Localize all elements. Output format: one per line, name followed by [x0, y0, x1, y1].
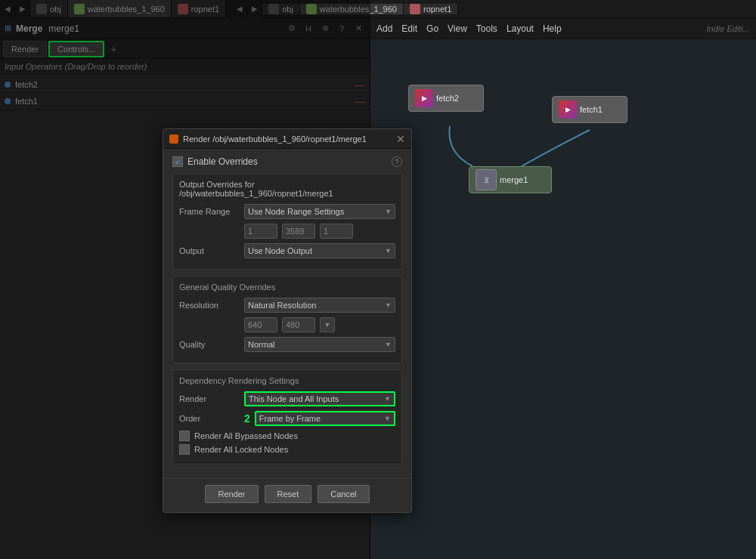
fetch2-icon: ▶	[415, 89, 433, 107]
modal-titlebar: Render /obj/waterbubbles_1_960/ropnet1/m…	[163, 129, 411, 149]
node-merge1[interactable]: ⊻ merge1	[469, 166, 552, 193]
frame-range-control: Use Node Range Settings ▼	[244, 204, 395, 219]
menu-layout[interactable]: Layout	[507, 23, 534, 34]
dependency-order-row: Order 2 Frame by Frame ▼	[179, 411, 395, 426]
frame-range-label: Frame Range	[179, 207, 240, 216]
frame-numbers-row: 1 3589 1	[179, 224, 395, 239]
bypassed-nodes-row: Render All Bypassed Nodes	[179, 431, 395, 441]
chevron-down-icon: ▼	[385, 301, 392, 309]
enable-overrides-help-icon[interactable]: ?	[392, 156, 402, 167]
chevron-down-icon: ▼	[385, 208, 392, 215]
quality-overrides-section: General Quality Overrides Resolution Nat…	[172, 276, 402, 363]
order-annotation: 2	[244, 412, 250, 425]
merge1-icon: ⊻	[476, 169, 497, 190]
output-select[interactable]: Use Node Output ▼	[244, 243, 395, 258]
locked-nodes-label: Render All Locked Nodes	[194, 445, 288, 454]
node-box-fetch2[interactable]: ▶ fetch2	[408, 85, 484, 112]
dependency-render-select[interactable]: This Node and All Inputs ▼	[244, 391, 395, 406]
node-fetch1[interactable]: ▶ fetch1	[552, 96, 627, 123]
frame-to-input[interactable]: 3589	[282, 224, 315, 239]
ropnet-icon-right	[410, 4, 420, 14]
frame-from-input[interactable]: 1	[244, 224, 277, 239]
node-box-fetch1[interactable]: ▶ fetch1	[552, 96, 627, 123]
resolution-control: Natural Resolution ▼	[244, 298, 395, 313]
chevron-down-icon: ▼	[384, 415, 391, 422]
dependency-render-label: Render	[179, 394, 240, 403]
frame-range-value: Use Node Range Settings	[248, 207, 344, 216]
dependency-render-control: This Node and All Inputs ▼	[244, 391, 395, 406]
resolution-width-input[interactable]: 640	[244, 317, 277, 332]
resolution-select[interactable]: Natural Resolution ▼	[244, 298, 395, 313]
frame-range-row: Frame Range Use Node Range Settings ▼	[179, 204, 395, 219]
quality-label: Quality	[179, 340, 240, 349]
node-canvas: ▶ fetch2 ▶ fetch1 ⊻ merge1	[370, 39, 756, 559]
fetch1-icon: ▶	[559, 100, 577, 119]
output-control: Use Node Output ▼	[244, 243, 395, 258]
dependency-render-value: This Node and All Inputs	[249, 394, 339, 403]
resolution-value: Natural Resolution	[248, 301, 317, 310]
frame-step-input[interactable]: 1	[320, 224, 353, 239]
enable-overrides-checkbox[interactable]	[172, 156, 183, 167]
quality-value: Normal	[248, 340, 274, 349]
modal-body: Enable Overrides ? Output Overrides for …	[163, 149, 411, 478]
menu-add[interactable]: Add	[376, 23, 392, 34]
quality-control: Normal ▼	[244, 337, 395, 352]
tab-ropnet-right-label: ropnet1	[423, 5, 451, 14]
quality-section-title: General Quality Overrides	[179, 283, 395, 292]
bypassed-nodes-checkbox[interactable]	[179, 431, 190, 441]
dependency-order-label: Order	[179, 414, 240, 423]
chevron-down-icon: ▼	[385, 247, 392, 255]
frame-range-select[interactable]: Use Node Range Settings ▼	[244, 204, 395, 219]
dependency-order-select[interactable]: Frame by Frame ▼	[255, 411, 395, 426]
right-top-bar: Add Edit Go View Tools Layout Help Indie…	[370, 18, 756, 39]
chevron-down-icon: ▼	[385, 341, 392, 348]
menu-tools[interactable]: Tools	[476, 23, 497, 34]
render-modal: Render /obj/waterbubbles_1_960/ropnet1/m…	[163, 128, 412, 513]
dependency-title: Dependency Rendering Settings	[179, 376, 395, 385]
node-box-merge1[interactable]: ⊻ merge1	[469, 166, 552, 193]
resolution-dims-row: 640 480 ▼	[179, 317, 395, 332]
reset-button[interactable]: Reset	[265, 485, 312, 503]
resolution-height-input[interactable]: 480	[282, 317, 315, 332]
output-label: Output	[179, 246, 240, 255]
modal-close-button[interactable]: ✕	[396, 133, 405, 145]
menu-edit[interactable]: Edit	[401, 23, 417, 34]
quality-select[interactable]: Normal ▼	[244, 337, 395, 352]
chevron-down-icon: ▼	[384, 395, 391, 403]
modal-footer: Render Reset Cancel	[163, 478, 411, 512]
right-panel: Add Edit Go View Tools Layout Help Indie…	[370, 18, 756, 559]
resolution-row: Resolution Natural Resolution ▼	[179, 298, 395, 313]
menu-view[interactable]: View	[448, 23, 467, 34]
quality-row: Quality Normal ▼	[179, 337, 395, 352]
locked-nodes-row: Render All Locked Nodes	[179, 444, 395, 455]
dependency-render-row: Render This Node and All Inputs ▼	[179, 391, 395, 406]
indie-badge: Indie Editi...	[707, 24, 750, 33]
merge1-label: merge1	[500, 175, 528, 184]
bypassed-nodes-label: Render All Bypassed Nodes	[194, 431, 298, 440]
node-fetch2[interactable]: ▶ fetch2	[408, 85, 484, 112]
resolution-label: Resolution	[179, 301, 240, 310]
enable-overrides-label: Enable Overrides	[187, 156, 258, 167]
resolution-link-icon[interactable]: ▼	[320, 317, 335, 332]
tab-ropnet-right[interactable]: ropnet1	[404, 4, 458, 14]
output-row: Output Use Node Output ▼	[179, 243, 395, 258]
cancel-button[interactable]: Cancel	[318, 485, 369, 503]
output-value: Use Node Output	[248, 246, 312, 255]
fetch2-label: fetch2	[436, 94, 459, 103]
dependency-section: Dependency Rendering Settings Render Thi…	[172, 369, 402, 465]
fetch1-label: fetch1	[580, 105, 603, 114]
output-overrides-label: Output Overrides for /obj/waterbubbles_1…	[179, 180, 395, 198]
modal-title: Render /obj/waterbubbles_1_960/ropnet1/m…	[183, 134, 396, 144]
menu-help[interactable]: Help	[543, 23, 562, 34]
menu-go[interactable]: Go	[426, 23, 438, 34]
enable-overrides-row: Enable Overrides ?	[172, 156, 402, 167]
locked-nodes-checkbox[interactable]	[179, 444, 190, 455]
dependency-order-value: Frame by Frame	[259, 414, 321, 423]
render-button[interactable]: Render	[205, 485, 258, 503]
output-overrides-section: Output Overrides for /obj/waterbubbles_1…	[172, 173, 402, 270]
modal-icon	[169, 134, 178, 144]
